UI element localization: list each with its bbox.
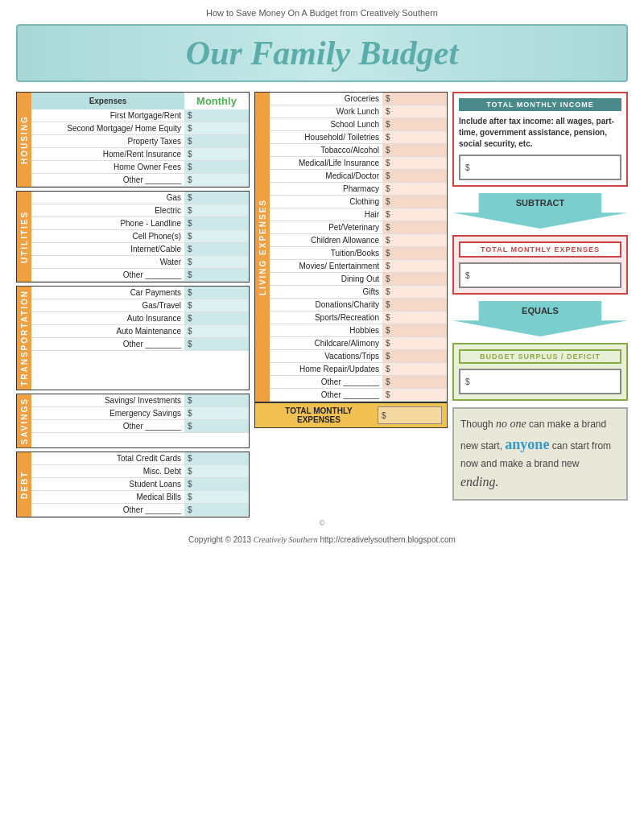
total-monthly-text: TOTAL MONTHLYEXPENSES <box>285 406 353 424</box>
input-cell[interactable]: $ <box>184 148 249 161</box>
input-cell[interactable]: $ <box>382 299 447 311</box>
input-cell[interactable]: $ <box>382 260 447 273</box>
list-item: Gifts <box>270 286 382 299</box>
input-cell[interactable]: $ <box>382 376 447 389</box>
input-cell[interactable]: $ <box>184 491 249 504</box>
footer: Copyright © 2013 Creatively Southern htt… <box>16 535 628 544</box>
quote-anyone: anyone <box>505 436 549 452</box>
list-item: Other ________ <box>270 389 382 402</box>
input-cell[interactable]: $ <box>184 504 249 517</box>
input-cell[interactable]: $ <box>382 311 447 324</box>
list-item: Clothing <box>270 196 382 208</box>
input-cell[interactable]: $ <box>184 256 249 269</box>
transportation-block: TRANSPORTATION Car Payments$Gas/Travel$A… <box>16 286 250 390</box>
equals-arrow: EQUALS <box>452 301 628 336</box>
input-cell[interactable]: $ <box>184 269 249 282</box>
total-monthly-row: TOTAL MONTHLYEXPENSES $ <box>255 402 447 427</box>
income-input[interactable]: $ <box>459 155 621 180</box>
input-cell[interactable]: $ <box>184 161 249 174</box>
input-cell[interactable]: $ <box>184 419 249 432</box>
input-cell[interactable]: $ <box>184 192 249 204</box>
income-dollar: $ <box>465 163 470 172</box>
table-row: Home Owner Fees <box>31 161 184 174</box>
debt-table: Total Credit Cards$Misc. Debt$Student Lo… <box>31 452 249 517</box>
table-row: First Mortgage/Rent <box>31 109 184 122</box>
quote-cursive1: no one <box>496 418 526 430</box>
input-cell[interactable]: $ <box>382 144 447 157</box>
total-monthly-input[interactable]: $ <box>378 406 442 424</box>
input-cell[interactable]: $ <box>382 389 447 402</box>
table-row: Other ________ <box>31 419 184 432</box>
input-cell[interactable]: $ <box>382 350 447 363</box>
list-item: Movies/ Entertainment <box>270 260 382 273</box>
input-cell[interactable]: $ <box>184 287 249 299</box>
input-cell[interactable]: $ <box>184 312 249 325</box>
table-row: Emergency Savings <box>31 406 184 419</box>
input-cell[interactable]: $ <box>382 247 447 260</box>
input-cell[interactable]: $ <box>382 273 447 286</box>
input-cell[interactable]: $ <box>382 105 447 118</box>
transportation-table: Car Payments$Gas/Travel$Auto Insurance$A… <box>31 287 249 390</box>
dollar-sign-total: $ <box>382 411 386 420</box>
input-cell[interactable]: $ <box>184 230 249 243</box>
header-title: Our Family Budget <box>26 34 618 72</box>
subtract-label: SUBTRACT <box>516 198 565 208</box>
page-wrapper: How to Save Money On A Budget from Creat… <box>0 0 644 833</box>
input-cell[interactable]: $ <box>184 299 249 312</box>
utilities-label: UTILITIES <box>17 192 31 282</box>
input-cell[interactable]: $ <box>184 465 249 478</box>
input-cell[interactable]: $ <box>382 131 447 144</box>
table-row: Medical Bills <box>31 491 184 504</box>
list-item: Childcare/Alimony <box>270 337 382 350</box>
income-box: TOTAL MONTHLY INCOME Include after tax i… <box>452 92 628 187</box>
transportation-label: TRANSPORTATION <box>17 287 31 390</box>
list-item: Home Repair/Updates <box>270 363 382 376</box>
input-cell[interactable]: $ <box>382 286 447 299</box>
housing-table: Expenses Monthly First Mortgage/Rent$Sec… <box>31 93 249 187</box>
table-row: Other ________ <box>31 174 184 187</box>
input-cell[interactable]: $ <box>382 157 447 170</box>
input-cell[interactable]: $ <box>382 93 447 105</box>
copyright-small: © <box>16 519 628 527</box>
input-cell[interactable]: $ <box>184 217 249 230</box>
top-title: How to Save Money On A Budget from Creat… <box>16 8 628 18</box>
input-cell[interactable]: $ <box>184 109 249 122</box>
input-cell[interactable]: $ <box>184 204 249 217</box>
input-cell[interactable]: $ <box>184 338 249 351</box>
input-cell[interactable]: $ <box>184 122 249 135</box>
list-item: Medical/Life Insurance <box>270 157 382 170</box>
input-cell[interactable]: $ <box>184 394 249 407</box>
input-cell[interactable]: $ <box>382 363 447 376</box>
input-cell[interactable]: $ <box>382 196 447 208</box>
input-cell[interactable]: $ <box>184 243 249 256</box>
housing-label: HOUSING <box>17 93 31 187</box>
living-label: LIVING EXPENSES <box>255 93 270 402</box>
input-cell[interactable]: $ <box>382 170 447 183</box>
surplus-input[interactable]: $ <box>459 369 621 394</box>
table-row: Cell Phone(s) <box>31 230 184 243</box>
input-cell[interactable]: $ <box>184 406 249 419</box>
input-cell[interactable]: $ <box>382 118 447 131</box>
input-cell[interactable]: $ <box>382 324 447 337</box>
input-cell[interactable]: $ <box>382 337 447 350</box>
input-cell[interactable]: $ <box>382 221 447 234</box>
subtract-section: SUBTRACT <box>452 193 628 229</box>
list-item: Children Allowance <box>270 234 382 247</box>
table-row: Electric <box>31 204 184 217</box>
input-cell[interactable]: $ <box>184 135 249 148</box>
input-cell[interactable]: $ <box>184 174 249 187</box>
living-table: Groceries$Work Lunch$School Lunch$Househ… <box>270 93 447 402</box>
input-cell[interactable]: $ <box>184 478 249 491</box>
table-row: Gas <box>31 192 184 204</box>
table-row: Car Payments <box>31 287 184 299</box>
list-item: School Lunch <box>270 118 382 131</box>
input-cell[interactable]: $ <box>382 208 447 221</box>
list-item: Donations/Charity <box>270 299 382 311</box>
list-item: Hobbies <box>270 324 382 337</box>
expenses-input[interactable]: $ <box>459 262 621 288</box>
input-cell[interactable]: $ <box>184 452 249 465</box>
input-cell[interactable]: $ <box>184 325 249 338</box>
input-cell[interactable]: $ <box>382 234 447 247</box>
input-cell[interactable]: $ <box>382 183 447 196</box>
list-item: Tuition/Books <box>270 247 382 260</box>
